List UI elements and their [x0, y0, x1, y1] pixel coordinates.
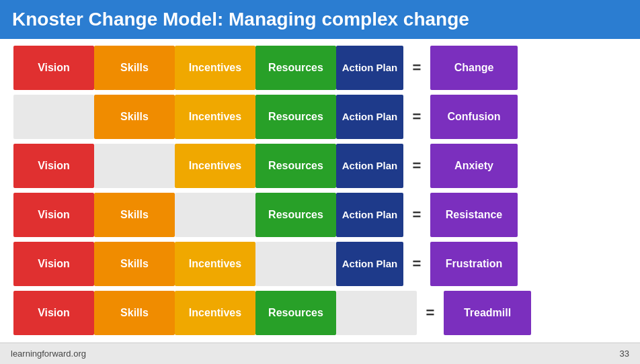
result-cell: Change	[430, 46, 518, 90]
equals-sign: =	[417, 304, 444, 322]
cell-empty-actionplan	[336, 291, 417, 335]
cell-actionplan: Action Plan	[336, 242, 403, 286]
equals-sign: =	[403, 255, 430, 273]
footer-page: 33	[620, 349, 629, 359]
cell-actionplan: Action Plan	[336, 46, 403, 90]
cell-incentives: Incentives	[175, 242, 255, 286]
result-cell: Resistance	[430, 193, 518, 237]
cell-resources: Resources	[255, 291, 336, 335]
table-row: SkillsIncentivesResourcesAction Plan=Con…	[13, 95, 627, 139]
cell-incentives: Incentives	[175, 291, 255, 335]
result-cell: Anxiety	[430, 144, 518, 188]
cell-empty-resources	[255, 242, 336, 286]
cell-resources: Resources	[255, 144, 336, 188]
table-row: VisionSkillsIncentivesResourcesAction Pl…	[13, 46, 627, 90]
content-area: VisionSkillsIncentivesResourcesAction Pl…	[0, 39, 640, 343]
table-row: VisionIncentivesResourcesAction Plan=Anx…	[13, 144, 627, 188]
slide-title: Knoster Change Model: Managing complex c…	[12, 9, 469, 30]
cell-actionplan: Action Plan	[336, 144, 403, 188]
result-cell: Treadmill	[444, 291, 531, 335]
equals-sign: =	[403, 206, 430, 224]
cell-skills: Skills	[94, 242, 175, 286]
cell-skills: Skills	[94, 193, 175, 237]
cell-vision: Vision	[13, 242, 94, 286]
table-row: VisionSkillsIncentivesAction Plan=Frustr…	[13, 242, 627, 286]
slide-header: Knoster Change Model: Managing complex c…	[0, 0, 640, 39]
cell-skills: Skills	[94, 46, 175, 90]
cell-empty-incentives	[175, 193, 255, 237]
cell-vision: Vision	[13, 144, 94, 188]
slide-footer: learningforward.org 33	[0, 343, 640, 364]
cell-resources: Resources	[255, 193, 336, 237]
cell-incentives: Incentives	[175, 46, 255, 90]
equals-sign: =	[403, 59, 430, 77]
cell-actionplan: Action Plan	[336, 193, 403, 237]
cell-skills: Skills	[94, 291, 175, 335]
table-row: VisionSkillsResourcesAction Plan=Resista…	[13, 193, 627, 237]
cell-incentives: Incentives	[175, 95, 255, 139]
cell-skills: Skills	[94, 95, 175, 139]
cell-resources: Resources	[255, 46, 336, 90]
cell-empty-vision	[13, 95, 94, 139]
result-cell: Confusion	[430, 95, 518, 139]
cell-vision: Vision	[13, 46, 94, 90]
cell-actionplan: Action Plan	[336, 95, 403, 139]
footer-source: learningforward.org	[11, 349, 86, 359]
result-cell: Frustration	[430, 242, 518, 286]
equals-sign: =	[403, 108, 430, 126]
cell-vision: Vision	[13, 193, 94, 237]
table-row: VisionSkillsIncentivesResources=Treadmil…	[13, 291, 627, 335]
cell-resources: Resources	[255, 95, 336, 139]
cell-incentives: Incentives	[175, 144, 255, 188]
cell-vision: Vision	[13, 291, 94, 335]
equals-sign: =	[403, 157, 430, 175]
cell-empty-skills	[94, 144, 175, 188]
slide: Knoster Change Model: Managing complex c…	[0, 0, 640, 364]
